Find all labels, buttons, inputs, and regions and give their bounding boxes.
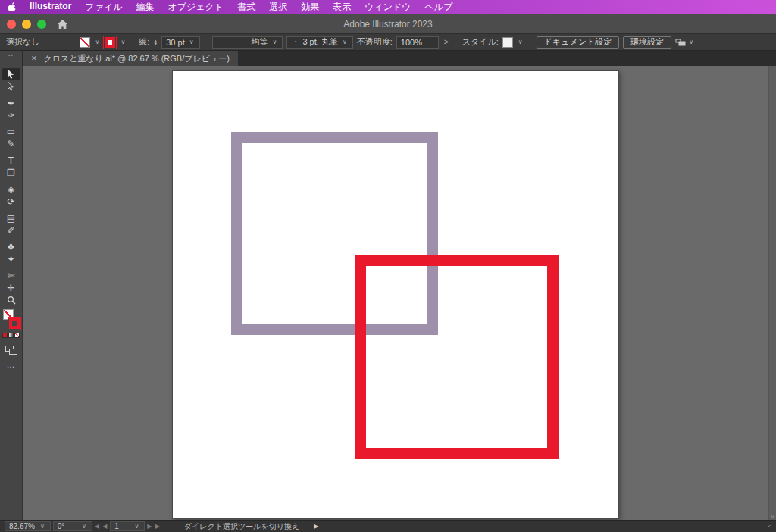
document-tab-bar: •• ✕ クロスと重なり.ai* @ 82.67 % (RGB/プレビュー) bbox=[0, 51, 776, 66]
color-mode-buttons bbox=[2, 333, 20, 339]
status-hint-text: ダイレクト選択ツールを切り換え bbox=[184, 521, 299, 532]
stroke-weight-stepper[interactable]: ▲▼ bbox=[153, 39, 158, 45]
expand-panel-arrow[interactable]: > bbox=[443, 38, 450, 46]
stroke-profile-value: 均等 bbox=[252, 36, 268, 48]
selection-tool[interactable] bbox=[2, 68, 20, 80]
brush-dropdown[interactable]: ・ 3 pt. 丸筆 ∨ bbox=[286, 36, 352, 49]
zoom-level-dropdown[interactable]: 82.67% ∨ bbox=[5, 521, 51, 531]
minimize-window-button[interactable] bbox=[22, 20, 31, 29]
zoom-tool-icon bbox=[7, 296, 16, 305]
blend-tool[interactable]: ❖ bbox=[2, 241, 20, 253]
pencil-tool[interactable]: ✎ bbox=[2, 138, 20, 150]
chevron-down-icon: ∨ bbox=[687, 39, 695, 45]
stroke-profile-preview bbox=[217, 42, 249, 42]
gradient-tool[interactable]: ▤ bbox=[2, 212, 20, 224]
none-button[interactable] bbox=[14, 333, 20, 338]
chevron-icon: ˂ bbox=[768, 523, 771, 530]
chevron-down-icon: ∨ bbox=[341, 39, 349, 45]
stroke-red-swatch[interactable] bbox=[9, 318, 20, 329]
style-swatch[interactable] bbox=[502, 37, 513, 48]
opacity-value: 100% bbox=[401, 38, 422, 47]
color-button[interactable] bbox=[2, 333, 8, 338]
document-tab-title: クロスと重なり.ai* @ 82.67 % (RGB/プレビュー) bbox=[44, 53, 230, 64]
rotate-tool[interactable]: ⟳ bbox=[2, 196, 20, 208]
chevron-down-icon: ∨ bbox=[271, 39, 279, 45]
eraser-tool[interactable]: ◈ bbox=[2, 183, 20, 196]
artboard-navigation-field[interactable]: 1 ∨ bbox=[110, 521, 145, 531]
stroke-profile-dropdown[interactable]: 均等 ∨ bbox=[212, 36, 283, 49]
close-tab-icon[interactable]: ✕ bbox=[31, 55, 37, 62]
direct-selection-tool[interactable] bbox=[2, 80, 20, 92]
paintbrush-tool[interactable]: ✐ bbox=[2, 224, 20, 236]
opacity-label: 不透明度: bbox=[357, 36, 393, 48]
align-options-icon[interactable]: ∨ bbox=[675, 38, 695, 47]
chevron-down-icon: ∨ bbox=[80, 523, 88, 530]
menu-item-3[interactable]: オブジェクト bbox=[161, 1, 230, 14]
status-bar: 82.67% ∨ 0° ∨ ◀ ◀ 1 ∨ ▶ ▶ ダイレクト選択ツールを切り換… bbox=[0, 520, 776, 532]
type-tool[interactable]: T bbox=[2, 155, 20, 167]
stroke-weight-label: 線: bbox=[139, 36, 149, 48]
selection-status-label: 選択なし bbox=[6, 36, 40, 48]
document-tab[interactable]: ✕ クロスと重なり.ai* @ 82.67 % (RGB/プレビュー) bbox=[23, 51, 238, 66]
screen-mode-icon bbox=[9, 349, 17, 355]
macos-menubar: Illustratorファイル編集オブジェクト書式選択効果表示ウィンドウヘルプ bbox=[0, 0, 776, 14]
menu-item-1[interactable]: ファイル bbox=[78, 1, 129, 14]
selection-tool-icon bbox=[7, 69, 15, 80]
close-window-button[interactable] bbox=[7, 20, 16, 29]
brush-value: 3 pt. 丸筆 bbox=[302, 36, 337, 48]
next-artboard-button[interactable]: ▶ ▶ bbox=[147, 523, 161, 530]
pen-tool[interactable]: ✒ bbox=[2, 97, 20, 109]
artboard-tool[interactable]: ❐ bbox=[2, 167, 20, 179]
app-titlebar: Adobe Illustrator 2023 bbox=[0, 14, 776, 34]
canvas[interactable]: ∨ bbox=[23, 66, 776, 520]
chevron-down-icon: ∨ bbox=[771, 514, 774, 520]
illustrator-app: Illustratorファイル編集オブジェクト書式選択効果表示ウィンドウヘルプ … bbox=[0, 0, 776, 532]
gradient-button[interactable] bbox=[8, 333, 14, 338]
menu-item-5[interactable]: 選択 bbox=[262, 1, 294, 14]
menu-item-9[interactable]: ヘルプ bbox=[418, 1, 460, 14]
edit-toolbar-button[interactable]: … bbox=[7, 360, 16, 369]
menu-item-2[interactable]: 編集 bbox=[129, 1, 161, 14]
menu-item-8[interactable]: ウィンドウ bbox=[358, 1, 418, 14]
tools-panel: ✒✑▭✎T❐◈⟳▤✐❖✦✄✛… bbox=[0, 66, 23, 520]
zoom-window-button[interactable] bbox=[37, 20, 46, 29]
preferences-button[interactable]: 環境設定 bbox=[623, 36, 671, 49]
scissors-tool[interactable]: ✄ bbox=[2, 270, 20, 282]
stroke-color-swatch[interactable] bbox=[105, 37, 115, 48]
vertical-scrollbar[interactable]: ∨ bbox=[768, 66, 776, 520]
chevron-down-icon[interactable]: ∨ bbox=[119, 39, 127, 45]
chevron-down-icon: ∨ bbox=[188, 39, 196, 45]
home-icon[interactable] bbox=[57, 19, 68, 30]
fill-stroke-indicator[interactable] bbox=[2, 309, 20, 329]
first-artboard-button[interactable]: ◀ ◀ bbox=[95, 523, 108, 530]
window-title: Adobe Illustrator 2023 bbox=[0, 19, 776, 30]
status-expand-arrow[interactable]: ▶ bbox=[314, 523, 318, 530]
direct-selection-tool-icon bbox=[7, 81, 15, 92]
menu-item-illustrator[interactable]: Illustrator bbox=[23, 1, 78, 14]
chevron-down-icon: ∨ bbox=[133, 523, 140, 530]
brush-dot-icon: ・ bbox=[291, 36, 299, 48]
shaper-tool[interactable]: ▭ bbox=[2, 126, 20, 138]
hand-tool[interactable]: ✛ bbox=[2, 282, 20, 294]
menu-item-7[interactable]: 表示 bbox=[326, 1, 358, 14]
red-square[interactable] bbox=[355, 255, 559, 459]
chevron-down-icon[interactable]: ∨ bbox=[94, 39, 102, 45]
rotation-dropdown[interactable]: 0° ∨ bbox=[53, 521, 92, 531]
screen-mode-button[interactable] bbox=[5, 346, 17, 355]
chevron-down-icon[interactable]: ∨ bbox=[517, 39, 524, 45]
menu-item-6[interactable]: 効果 bbox=[294, 1, 326, 14]
apple-logo-icon[interactable] bbox=[8, 2, 18, 13]
document-setup-button[interactable]: ドキュメント設定 bbox=[537, 36, 620, 49]
curvature-tool[interactable]: ✑ bbox=[2, 109, 20, 121]
fill-color-swatch[interactable] bbox=[80, 37, 90, 48]
stroke-weight-field[interactable]: 30 pt ∨ bbox=[161, 36, 199, 49]
style-label: スタイル: bbox=[462, 36, 499, 48]
stroke-weight-value: 30 pt bbox=[166, 38, 184, 47]
menu-item-4[interactable]: 書式 bbox=[230, 1, 262, 14]
zoom-tool[interactable] bbox=[2, 294, 20, 306]
chevron-down-icon: ∨ bbox=[39, 523, 46, 530]
toolbar-drag-handle[interactable]: •• bbox=[0, 51, 23, 66]
control-bar: 選択なし ∨ ∨ 線: ▲▼ 30 pt ∨ 均等 ∨ ・ 3 pt. 丸筆 ∨… bbox=[0, 34, 776, 51]
symbol-sprayer-tool[interactable]: ✦ bbox=[2, 253, 20, 265]
opacity-field[interactable]: 100% bbox=[396, 36, 439, 49]
